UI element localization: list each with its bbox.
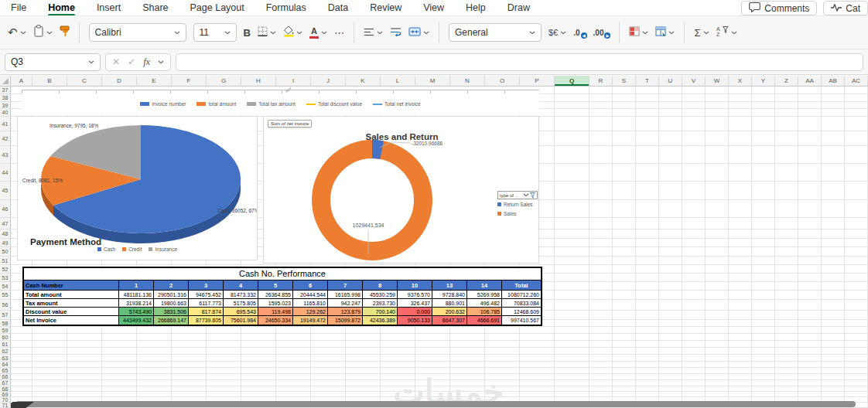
row-header-43[interactable]: 43	[0, 146, 10, 164]
column-header-n[interactable]: N	[450, 76, 485, 86]
column-header-u[interactable]: U	[659, 76, 682, 86]
row-header-56[interactable]: 56	[0, 300, 10, 311]
alignment-button[interactable]	[364, 26, 383, 39]
horizontal-scrollbar[interactable]	[15, 401, 856, 407]
menu-item-share[interactable]: Share	[142, 2, 168, 13]
payment-method-pie-chart[interactable]: Insurance, 9795, 18% Credit, 8081, 15% C…	[17, 116, 258, 260]
column-header-p[interactable]: P	[520, 76, 555, 86]
table-cell[interactable]: 70833.084	[502, 299, 541, 307]
table-header-cash-number[interactable]: Cash Number	[24, 280, 119, 290]
table-cell[interactable]: 119.498	[258, 308, 293, 315]
table-cell[interactable]: 2393.730	[363, 299, 398, 307]
borders-button[interactable]	[258, 26, 276, 39]
value-field-button[interactable]: Sum of net invoice	[268, 120, 312, 128]
table-cell[interactable]: 87739.805	[189, 316, 224, 325]
table-cell[interactable]: 1595.023	[258, 299, 293, 307]
table-cell[interactable]: 266869.147	[154, 316, 189, 325]
row-label-total-amount[interactable]: Total amount	[24, 291, 119, 298]
column-header-v[interactable]: V	[682, 76, 706, 86]
row-header-59[interactable]: 59	[0, 327, 10, 334]
fill-color-button[interactable]	[283, 26, 302, 40]
column-header-g[interactable]: G	[207, 76, 241, 86]
table-cell[interactable]: 700.140	[363, 308, 398, 315]
formula-input[interactable]	[176, 53, 863, 71]
column-header-e[interactable]: E	[137, 76, 172, 86]
legend-item-total-discount-value[interactable]: Total discount value	[306, 101, 362, 107]
row-header-49[interactable]: 49	[0, 239, 10, 247]
table-cell[interactable]: 26364.855	[258, 291, 293, 298]
row-header-55[interactable]: 55	[0, 291, 10, 300]
column-header-l[interactable]: L	[381, 76, 415, 86]
column-header-f[interactable]: F	[172, 76, 207, 86]
table-cell[interactable]: 5175.805	[224, 299, 258, 307]
menu-item-data[interactable]: Data	[328, 2, 348, 13]
table-cell[interactable]: 123.879	[328, 308, 363, 315]
table-cell[interactable]: 1165.810	[293, 299, 328, 307]
table-cell[interactable]: 81473.332	[224, 291, 258, 298]
donut-slice-sales[interactable]	[321, 149, 423, 251]
row-header-51[interactable]: 51	[0, 257, 10, 265]
cancel-icon[interactable]: ✕	[112, 56, 120, 67]
column-header-j[interactable]: J	[311, 76, 346, 86]
row-header-64[interactable]: 64	[0, 362, 10, 368]
column-header-aa[interactable]: AA	[798, 76, 822, 86]
menu-item-review[interactable]: Review	[370, 2, 402, 13]
increase-decimal-button[interactable]: .00▶	[593, 29, 610, 37]
table-cell[interactable]: 9728.840	[432, 291, 467, 298]
table-header-7[interactable]: 7	[328, 280, 363, 290]
type-filter-dropdown[interactable]: type of ..	[497, 191, 538, 199]
fx-chevron-icon[interactable]	[158, 60, 164, 64]
table-cell[interactable]: 12468.609	[502, 308, 541, 315]
row-header-60[interactable]: 60	[0, 334, 10, 341]
table-cell[interactable]: 481181.136	[119, 291, 154, 298]
table-cell[interactable]: 5743.490	[119, 308, 154, 315]
row-header-48[interactable]: 48	[0, 230, 10, 239]
table-title[interactable]: Cash No. Performance	[24, 268, 541, 280]
select-all-corner[interactable]	[0, 76, 11, 86]
table-cell[interactable]: 19149.472	[293, 316, 328, 325]
format-as-table-button[interactable]	[655, 26, 675, 39]
column-header-i[interactable]: I	[276, 76, 311, 86]
table-cell[interactable]: 496.482	[467, 299, 502, 307]
row-header-58[interactable]: 58	[0, 320, 10, 327]
row-header-38[interactable]: 38	[0, 94, 10, 102]
legend-item-cash[interactable]: Cash	[97, 246, 115, 252]
row-header-65[interactable]: 65	[0, 368, 10, 374]
menu-item-home[interactable]: Home	[48, 2, 75, 13]
table-cell[interactable]: 19800.663	[154, 299, 189, 307]
paste-button[interactable]	[33, 25, 53, 40]
table-cell[interactable]: 6117.773	[189, 299, 224, 307]
legend-item-invoice-number[interactable]: invoice number	[140, 101, 186, 107]
more-font-options-button[interactable]: ⋯	[334, 27, 344, 39]
conditional-formatting-button[interactable]	[629, 26, 648, 39]
table-cell[interactable]: 31938.214	[119, 299, 154, 307]
legend-item-return-sales[interactable]: Return Sales	[497, 202, 533, 207]
table-cell[interactable]: 94675.452	[189, 291, 224, 298]
column-header-a[interactable]: A	[11, 76, 32, 86]
table-header-14[interactable]: 14	[467, 280, 502, 290]
table-cell[interactable]: 290501.316	[154, 291, 189, 298]
table-cell[interactable]: 15099.872	[328, 316, 363, 325]
table-cell[interactable]: 695.543	[224, 308, 258, 315]
menu-item-page-layout[interactable]: Page Layout	[190, 2, 244, 13]
column-header-q[interactable]: Q	[555, 76, 589, 86]
menu-item-insert[interactable]: Insert	[97, 2, 121, 13]
menu-item-view[interactable]: View	[423, 2, 444, 13]
table-cell[interactable]: 129.262	[293, 308, 328, 315]
column-header-s[interactable]: S	[613, 76, 636, 86]
table-cell[interactable]: 42436.389	[363, 316, 398, 325]
decrease-decimal-button[interactable]: .0◀	[573, 29, 586, 37]
column-header-c[interactable]: C	[67, 76, 102, 86]
column-header-h[interactable]: H	[241, 76, 276, 86]
row-header-54[interactable]: 54	[0, 282, 10, 291]
row-header-42[interactable]: 42	[0, 131, 10, 146]
enter-check-icon[interactable]: ✓	[128, 56, 135, 67]
legend-item-total-tax-amount[interactable]: Total tax amount	[247, 101, 296, 107]
table-header-1[interactable]: 1	[119, 280, 154, 290]
menu-item-formulas[interactable]: Formulas	[266, 2, 306, 13]
row-header-63[interactable]: 63	[0, 355, 10, 362]
row-header-44[interactable]: 44	[0, 164, 10, 182]
column-header-ac[interactable]: AC	[845, 76, 868, 86]
column-header-b[interactable]: B	[32, 76, 67, 86]
catch-up-button[interactable]: Cat	[823, 1, 868, 15]
